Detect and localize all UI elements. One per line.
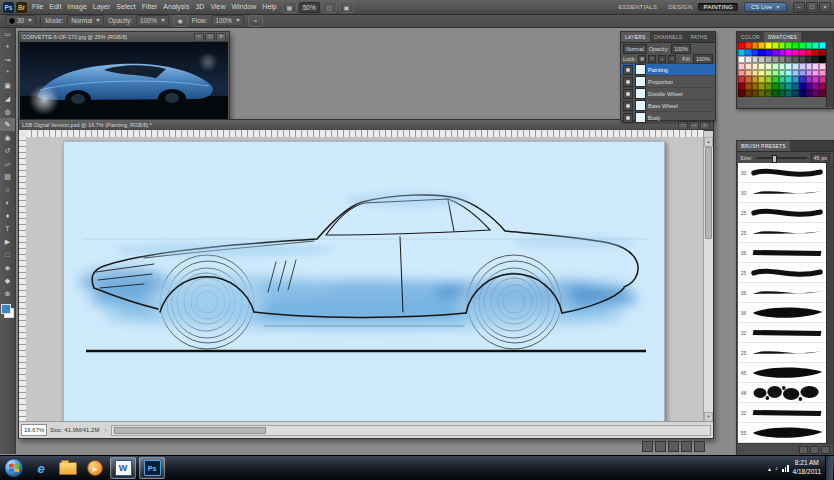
color-swatch[interactable] <box>806 63 813 70</box>
color-swatch[interactable] <box>819 49 826 56</box>
color-swatch[interactable] <box>785 70 792 77</box>
color-swatch[interactable] <box>792 56 799 63</box>
tool-hand[interactable]: ◆ <box>0 274 15 287</box>
color-swatch[interactable] <box>772 63 779 70</box>
color-swatch[interactable] <box>758 49 765 56</box>
color-swatch[interactable] <box>779 90 786 97</box>
screen-mode-icon[interactable]: ▣ <box>339 1 354 13</box>
vertical-scroll-thumb[interactable] <box>705 147 712 239</box>
lock-all-icon[interactable]: ▪ <box>668 55 676 63</box>
taskbar-internet-explorer[interactable]: e <box>29 458 53 478</box>
tool-pen[interactable]: ♦ <box>0 209 15 222</box>
volume-icon[interactable]: ♪ <box>775 465 778 471</box>
brush-list-scrollbar[interactable] <box>826 163 833 443</box>
tool-clone-stamp[interactable]: ◉ <box>0 131 15 144</box>
menu-view[interactable]: View <box>207 0 228 14</box>
color-swatch[interactable] <box>765 76 772 83</box>
brush-preset-row[interactable]: 36 <box>738 283 826 303</box>
tool-rectangular-marquee[interactable]: ▭ <box>0 27 15 40</box>
taskbar-media-player[interactable]: ▶ <box>83 458 107 478</box>
workspace-painting[interactable]: PAINTING <box>698 3 738 11</box>
color-swatch[interactable] <box>812 83 819 90</box>
color-swatch[interactable] <box>806 90 813 97</box>
document-canvas[interactable] <box>63 141 665 422</box>
color-swatch[interactable] <box>799 42 806 49</box>
color-swatch[interactable] <box>799 56 806 63</box>
color-swatch[interactable] <box>819 83 826 90</box>
color-swatch[interactable] <box>792 63 799 70</box>
brush-preset-row[interactable]: 30 <box>738 163 826 183</box>
color-swatch[interactable] <box>765 90 772 97</box>
menu-3d[interactable]: 3D <box>192 0 207 14</box>
mini-icon-3[interactable] <box>668 441 679 452</box>
delete-brush-icon[interactable] <box>821 446 830 454</box>
color-swatch[interactable] <box>772 90 779 97</box>
color-swatch[interactable] <box>752 49 759 56</box>
color-swatch[interactable] <box>765 83 772 90</box>
color-swatch[interactable] <box>758 76 765 83</box>
menu-edit[interactable]: Edit <box>46 0 64 14</box>
tool-eraser[interactable]: ▱ <box>0 157 15 170</box>
color-swatch[interactable] <box>752 56 759 63</box>
brush-preset-row[interactable]: 25 <box>738 223 826 243</box>
color-swatch[interactable] <box>779 83 786 90</box>
color-swatch[interactable] <box>799 90 806 97</box>
color-swatch[interactable] <box>745 42 752 49</box>
tool-zoom[interactable]: ⊕ <box>0 287 15 300</box>
color-swatch[interactable] <box>785 63 792 70</box>
color-swatch[interactable] <box>819 70 826 77</box>
color-swatch[interactable] <box>819 76 826 83</box>
color-swatch[interactable] <box>738 42 745 49</box>
color-swatch[interactable] <box>792 70 799 77</box>
layer-row[interactable]: Doodle Wheel <box>621 88 715 100</box>
visibility-eye-icon[interactable] <box>623 101 633 111</box>
color-swatch[interactable] <box>812 90 819 97</box>
mini-icon-1[interactable] <box>642 441 653 452</box>
tool-crop[interactable]: ▣ <box>0 79 15 92</box>
opacity-field[interactable]: 100% <box>136 15 169 26</box>
color-swatch[interactable] <box>785 56 792 63</box>
color-swatch[interactable] <box>772 42 779 49</box>
color-swatch[interactable] <box>812 49 819 56</box>
tool-dodge[interactable]: ◐ <box>0 196 15 209</box>
brush-preset-row[interactable]: 32 <box>738 403 826 423</box>
tool-eyedropper[interactable]: ◢ <box>0 92 15 105</box>
color-swatch[interactable] <box>772 83 779 90</box>
tool-quick-selection[interactable]: * <box>0 66 15 79</box>
color-swatch[interactable] <box>745 56 752 63</box>
brush-preset-row[interactable]: 36 <box>738 303 826 323</box>
color-swatch[interactable] <box>785 42 792 49</box>
color-swatch[interactable] <box>738 90 745 97</box>
visibility-eye-icon[interactable] <box>623 89 633 99</box>
foreground-color[interactable] <box>1 304 11 314</box>
vertical-scrollbar[interactable]: ▲ ▼ <box>703 137 713 422</box>
color-swatch[interactable] <box>758 56 765 63</box>
color-swatch[interactable] <box>779 42 786 49</box>
flow-field[interactable]: 100% <box>211 15 244 26</box>
color-swatch[interactable] <box>752 63 759 70</box>
new-brush-icon[interactable] <box>810 446 819 454</box>
color-swatch[interactable] <box>779 56 786 63</box>
workspace-design[interactable]: DESIGN <box>663 3 697 11</box>
tool-path-selection[interactable]: ▶ <box>0 235 15 248</box>
color-swatch[interactable] <box>812 63 819 70</box>
color-swatch[interactable] <box>745 76 752 83</box>
color-swatch[interactable] <box>745 63 752 70</box>
tool-lasso[interactable]: ↝ <box>0 53 15 66</box>
color-swatch[interactable] <box>819 63 826 70</box>
tab-layers[interactable]: LAYERS <box>621 32 650 42</box>
color-swatch[interactable] <box>799 63 806 70</box>
taskbar-windows-explorer[interactable] <box>56 458 80 478</box>
lock-position-icon[interactable]: + <box>658 55 666 63</box>
tool-blur[interactable]: ○ <box>0 183 15 196</box>
color-swatch[interactable] <box>752 83 759 90</box>
brush-size-slider[interactable] <box>756 157 806 159</box>
layer-row[interactable]: Base Wheel <box>621 100 715 112</box>
brush-preset-row[interactable]: 48 <box>738 383 826 403</box>
color-swatch[interactable] <box>792 49 799 56</box>
menu-analysis[interactable]: Analysis <box>160 0 192 14</box>
menu-file[interactable]: File <box>29 0 46 14</box>
visibility-eye-icon[interactable] <box>623 77 633 87</box>
maximize-button[interactable]: □ <box>205 33 215 42</box>
color-swatch[interactable] <box>772 56 779 63</box>
